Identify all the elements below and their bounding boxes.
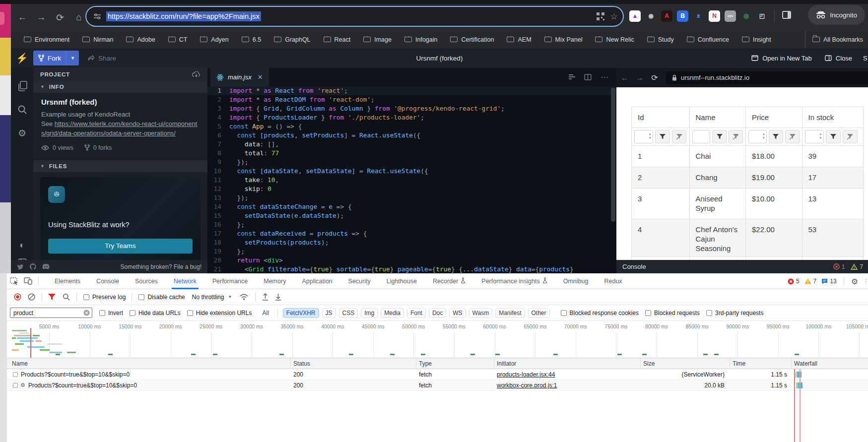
tag-extension[interactable]: B xyxy=(677,10,688,22)
chip-ws[interactable]: WS xyxy=(449,308,466,318)
prism-extension[interactable]: ▲ xyxy=(629,10,641,22)
chip-all[interactable]: All xyxy=(259,308,272,318)
tab-elements[interactable]: Elements xyxy=(53,273,82,289)
filter-funnel-button[interactable] xyxy=(769,130,783,143)
grid-row[interactable]: 4Chef Anton's Cajun Seasoning$22.0053 xyxy=(632,219,863,257)
clear-filter-button[interactable] xyxy=(672,130,687,143)
checkbox-invert[interactable]: Invert xyxy=(99,310,123,316)
clear-filter-button[interactable] xyxy=(729,130,743,143)
bookmark-item[interactable]: Environment xyxy=(24,36,69,43)
record-icon[interactable] xyxy=(14,293,21,301)
download-project-icon[interactable] xyxy=(192,71,200,78)
chip-doc[interactable]: Doc xyxy=(429,308,446,318)
filter-icon[interactable] xyxy=(48,294,56,300)
tab-close-icon[interactable]: ✕ xyxy=(258,73,263,81)
network-filter-input[interactable]: product xyxy=(10,308,92,318)
filter-input[interactable] xyxy=(692,130,711,143)
network-search-icon[interactable] xyxy=(63,293,70,301)
url-text[interactable]: https://stackblitz.com/run/?file=app%2Fm… xyxy=(106,11,261,21)
clear-filter-button[interactable] xyxy=(785,130,800,143)
code-extension[interactable]: </> xyxy=(725,10,736,22)
column-header-initiator[interactable]: Initiator xyxy=(497,360,516,367)
bookmark-item[interactable]: Image xyxy=(363,36,392,43)
prettier-icon[interactable] xyxy=(569,74,575,80)
request-initiator[interactable]: workbox-core.prod.js:1 xyxy=(497,382,557,389)
errors-badge[interactable]: 5 xyxy=(788,278,800,285)
filter-funnel-button[interactable] xyxy=(826,130,841,143)
column-header-size[interactable]: Size xyxy=(643,360,655,367)
network-timeline[interactable]: 5000 ms10000 ms15000 ms20000 ms25000 ms3… xyxy=(7,321,868,358)
signin-edge-label[interactable]: S xyxy=(863,55,868,62)
checkbox-hide-data-urls[interactable]: Hide data URLs xyxy=(130,310,181,316)
checkbox-hide-extension-urls[interactable]: Hide extension URLs xyxy=(187,310,252,316)
bookmark-item[interactable]: Adobe xyxy=(126,36,155,43)
bookmark-item[interactable]: New Relic xyxy=(595,36,634,43)
fork-caret[interactable]: ▼ xyxy=(66,51,79,65)
target-extension[interactable]: ◎ xyxy=(740,10,752,22)
tab-security[interactable]: Security xyxy=(346,273,373,289)
bookmark-item[interactable]: Infogain xyxy=(404,36,437,43)
spinner-icon[interactable]: ▲▼ xyxy=(762,132,765,140)
search-icon[interactable] xyxy=(17,105,27,115)
disable-cache-checkbox[interactable]: Disable cache xyxy=(138,294,185,301)
warnings-badge[interactable]: 7 xyxy=(804,278,817,285)
grid-column-header[interactable]: In stock xyxy=(802,107,863,128)
throttling-select[interactable]: No throttling ▼ xyxy=(192,294,232,301)
twitter-icon[interactable] xyxy=(17,264,24,270)
devtools-more-icon[interactable]: ⋮ xyxy=(863,278,866,285)
share-button[interactable]: Share xyxy=(88,55,116,62)
code-editor[interactable]: main.jsx ✕ ⋯ 1import * as React from 're… xyxy=(207,68,616,273)
filter-input[interactable]: ▲▼ xyxy=(805,130,824,143)
table-header[interactable]: NameStatusTypeInitiatorSizeTimeWaterfall xyxy=(7,358,868,369)
tab-main-jsx[interactable]: main.jsx ✕ xyxy=(210,68,269,86)
settings-gear-icon[interactable]: ⚙ xyxy=(18,127,26,139)
bookmark-item[interactable]: Certification xyxy=(450,36,494,43)
camera-extension[interactable]: ◉ xyxy=(645,10,657,22)
checkbox-blocked-response-cookies[interactable]: Blocked response cookies xyxy=(561,310,639,316)
bookmark-item[interactable]: CT xyxy=(168,36,188,43)
tab-performance[interactable]: Performance xyxy=(210,273,250,289)
chip-fetch-xhr[interactable]: Fetch/XHR xyxy=(283,308,319,318)
spinner-icon[interactable]: ▲▼ xyxy=(649,132,652,140)
qr-code-icon[interactable] xyxy=(597,12,604,20)
preview-console-bar[interactable]: Console 1 7 xyxy=(616,260,868,273)
forward-button[interactable]: → xyxy=(34,10,49,25)
chip-other[interactable]: Other xyxy=(528,308,550,318)
issues-badge[interactable]: 13 xyxy=(821,278,836,285)
import-har-icon[interactable] xyxy=(262,293,268,301)
bookmark-item[interactable]: Study xyxy=(647,36,674,43)
split-editor-icon[interactable] xyxy=(584,74,592,80)
inspect-icon[interactable] xyxy=(10,277,19,285)
export-har-icon[interactable] xyxy=(275,293,281,301)
info-section-header[interactable]: ▼ INFO xyxy=(33,81,207,93)
filter-funnel-button[interactable] xyxy=(712,130,727,143)
tab-application[interactable]: Application xyxy=(300,273,334,289)
github-icon[interactable] xyxy=(30,263,36,270)
reload-button[interactable]: ⟳ xyxy=(53,10,67,25)
bookmark-item[interactable]: Adyen xyxy=(200,36,228,43)
fork-button[interactable]: Fork ▼ xyxy=(33,51,79,65)
checkbox-blocked-requests[interactable]: Blocked requests xyxy=(645,310,700,316)
discord-icon[interactable] xyxy=(42,264,50,269)
spinner-icon[interactable]: ▲▼ xyxy=(819,132,822,140)
tab-memory[interactable]: Memory xyxy=(262,273,288,289)
devtools-settings-icon[interactable]: ⚙ xyxy=(851,277,858,286)
tab-performance-insights[interactable]: Performance insights xyxy=(479,273,549,289)
tab-recorder[interactable]: Recorder xyxy=(431,273,467,289)
grid-column-header[interactable]: Name xyxy=(690,107,746,128)
preview-forward-icon[interactable]: → xyxy=(632,70,647,85)
network-request-row[interactable]: Products?$count=true&$top=10&$skip=0200f… xyxy=(7,369,868,380)
all-bookmarks-button[interactable]: All Bookmarks xyxy=(805,31,863,48)
chip-wasm[interactable]: Wasm xyxy=(469,308,493,318)
tab-console[interactable]: Console xyxy=(94,273,121,289)
bookmark-star-icon[interactable]: ☆ xyxy=(610,11,618,22)
code-lines[interactable]: 1import * as React from 'react';2import … xyxy=(207,86,616,273)
tab-omnibug[interactable]: Omnibug xyxy=(561,273,591,289)
chip-media[interactable]: Media xyxy=(381,308,404,318)
home-button[interactable]: ⌂ xyxy=(71,10,86,25)
network-request-row[interactable]: ⚙Products?$count=true&$top=10&$skip=0200… xyxy=(7,380,868,391)
telerik-link[interactable]: https://www.telerik.com/kendo-react-ui/c… xyxy=(41,120,197,137)
open-new-tab-button[interactable]: Open in New Tab xyxy=(751,55,812,62)
close-button[interactable]: Close xyxy=(825,55,852,62)
bookmark-item[interactable]: 6.5 xyxy=(242,36,261,43)
